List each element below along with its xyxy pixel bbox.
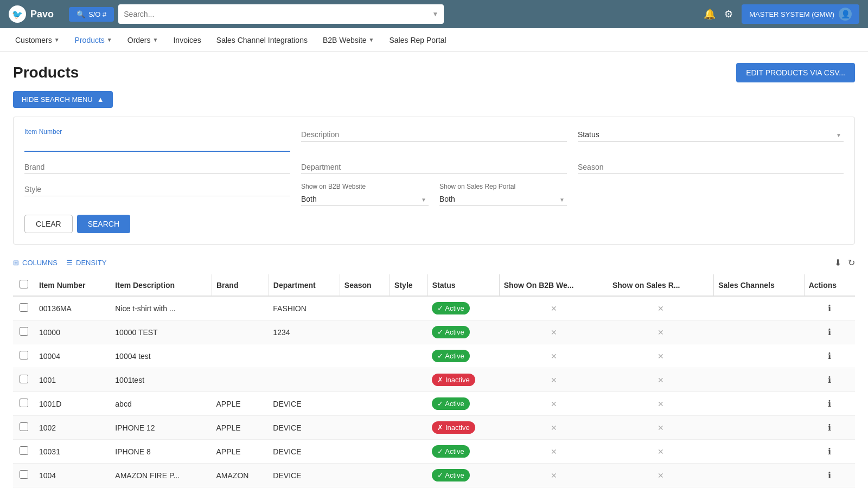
row-checkbox[interactable]	[20, 351, 28, 359]
show-srp-cell: ✕	[608, 320, 714, 344]
actions-cell: ℹ	[804, 464, 855, 487]
show-srp-cell: ✕	[608, 368, 714, 392]
item-description-cell: IPHONE 8	[111, 440, 212, 464]
status-badge: ✗ Inactive	[432, 421, 475, 434]
show-srp-cell: ✕	[608, 344, 714, 368]
nav-item-b2b[interactable]: B2B Website ▼	[316, 30, 381, 50]
master-system-button[interactable]: MASTER SYSTEM (GMW) 👤	[742, 4, 859, 24]
search-button[interactable]: SEARCH	[77, 215, 130, 233]
table-row: 1001 1001test ✗ Inactive ✕ ✕ ℹ	[13, 368, 855, 392]
table-row: 10031 IPHONE 8 APPLE DEVICE ✓ Active ✕ ✕…	[13, 440, 855, 464]
sales-channels-cell	[714, 464, 804, 487]
nav-item-sales-rep[interactable]: Sales Rep Portal	[383, 30, 453, 50]
row-checkbox-cell	[13, 464, 35, 487]
clear-button[interactable]: CLEAR	[24, 215, 73, 233]
info-icon[interactable]: ℹ	[828, 399, 831, 408]
brand-input[interactable]	[24, 160, 290, 174]
page-content: Products EDIT PRODUCTS VIA CSV... HIDE S…	[0, 52, 868, 488]
department-cell: DEVICE	[269, 464, 340, 487]
refresh-button[interactable]: ↻	[848, 258, 855, 268]
department-input[interactable]	[301, 160, 567, 174]
show-srp-value: ✕	[658, 304, 664, 313]
show-b2b-cell: ✕	[499, 296, 608, 320]
col-department: Department	[269, 274, 340, 296]
search-input[interactable]	[124, 10, 432, 18]
info-icon[interactable]: ℹ	[828, 351, 831, 361]
sales-channels-cell	[714, 440, 804, 464]
season-cell	[340, 416, 390, 440]
info-icon[interactable]: ℹ	[828, 423, 831, 432]
show-b2b-cell: ✕	[499, 344, 608, 368]
show-b2b-value: ✕	[551, 328, 557, 337]
actions-cell: ℹ	[804, 320, 855, 344]
brand-cell	[212, 344, 269, 368]
info-icon[interactable]: ℹ	[828, 447, 831, 456]
nav-item-invoices[interactable]: Invoices	[167, 30, 207, 50]
style-input[interactable]	[24, 183, 290, 196]
col-item-description: Item Description	[111, 274, 212, 296]
status-select[interactable]: Status Active Inactive	[578, 128, 844, 142]
show-srp-select[interactable]: Both Yes No	[439, 192, 567, 206]
edit-products-csv-button[interactable]: EDIT PRODUCTS VIA CSV...	[736, 63, 855, 82]
sales-channels-cell	[714, 368, 804, 392]
status-badge: ✗ Inactive	[432, 374, 475, 386]
columns-button[interactable]: ⊞ COLUMNS	[13, 259, 58, 267]
row-checkbox-cell	[13, 392, 35, 416]
style-cell	[390, 392, 428, 416]
item-description-cell: AMAZON FIRE P...	[111, 464, 212, 487]
show-b2b-value: ✕	[551, 400, 557, 408]
item-number-input[interactable]	[24, 138, 290, 152]
info-icon[interactable]: ℹ	[828, 375, 831, 384]
form-row-3: Show on B2B Website Both Yes No ▼ Show o…	[24, 183, 844, 206]
row-checkbox[interactable]	[20, 303, 28, 312]
show-srp-value: ✕	[658, 328, 664, 337]
density-button[interactable]: ☰ DENSITY	[66, 259, 106, 267]
so-button[interactable]: 🔍 S/O #	[69, 7, 114, 22]
settings-icon[interactable]: ⚙	[724, 8, 733, 20]
table-row: 1004 AMAZON FIRE P... AMAZON DEVICE ✓ Ac…	[13, 464, 855, 487]
row-checkbox[interactable]	[20, 327, 28, 336]
row-checkbox[interactable]	[20, 399, 28, 407]
info-icon[interactable]: ℹ	[828, 471, 831, 480]
page-title: Products	[13, 64, 79, 81]
nav-item-orders[interactable]: Orders ▼	[121, 30, 165, 50]
info-icon[interactable]: ℹ	[828, 304, 831, 313]
select-all-header	[13, 274, 35, 296]
table-right-controls: ⬇ ↻	[834, 258, 855, 268]
bell-icon[interactable]: 🔔	[704, 8, 716, 20]
sales-channels-cell	[714, 392, 804, 416]
nav-item-sales-channel[interactable]: Sales Channel Integrations	[210, 30, 314, 50]
show-srp-cell: ✕	[608, 464, 714, 487]
download-button[interactable]: ⬇	[834, 258, 841, 268]
actions-cell: ℹ	[804, 344, 855, 368]
sales-channels-cell	[714, 344, 804, 368]
department-field	[301, 160, 567, 174]
hide-search-menu-button[interactable]: HIDE SEARCH MENU ▲	[13, 91, 113, 108]
form-row-1: Item Number Status Active Inactive ▼	[24, 128, 844, 152]
status-select-wrapper: Status Active Inactive ▼	[578, 128, 844, 142]
status-cell: ✓ Active	[427, 392, 499, 416]
info-icon[interactable]: ℹ	[828, 328, 831, 337]
item-number-label: Item Number	[24, 128, 290, 136]
status-cell: ✗ Inactive	[427, 368, 499, 392]
status-cell: ✓ Active	[427, 296, 499, 320]
description-input[interactable]	[301, 128, 567, 142]
select-all-checkbox[interactable]	[20, 280, 28, 288]
nav-item-customers[interactable]: Customers ▼	[9, 30, 66, 50]
show-srp-value: ✕	[658, 471, 664, 480]
row-checkbox[interactable]	[20, 470, 28, 479]
row-checkbox[interactable]	[20, 446, 28, 455]
nav-item-products[interactable]: Products ▼	[68, 30, 119, 50]
search-form: Item Number Status Active Inactive ▼	[13, 117, 855, 245]
status-badge: ✓ Active	[432, 350, 469, 362]
row-checkbox[interactable]	[20, 422, 28, 431]
chevron-down-icon: ▼	[54, 37, 60, 43]
show-b2b-select[interactable]: Both Yes No	[301, 192, 429, 206]
logo-area: 🐦 Pavo	[9, 5, 54, 23]
brand-cell	[212, 368, 269, 392]
col-show-srp: Show on Sales R...	[608, 274, 714, 296]
item-number-cell: 1001	[35, 368, 111, 392]
season-input[interactable]	[578, 160, 844, 174]
row-checkbox[interactable]	[20, 375, 28, 383]
brand-field	[24, 160, 290, 174]
